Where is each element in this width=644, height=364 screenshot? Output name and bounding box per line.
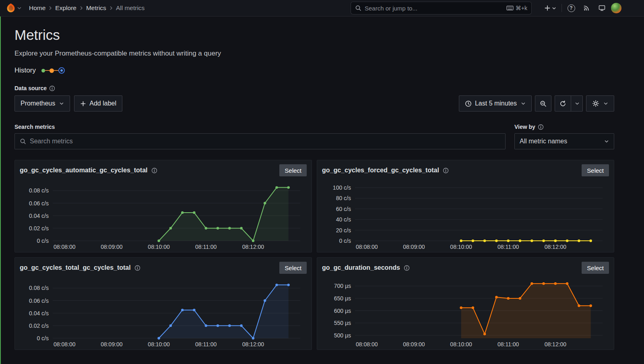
datasource-value: Prometheus	[21, 100, 55, 107]
time-range-picker[interactable]: Last 5 minutes	[459, 95, 532, 112]
info-icon[interactable]	[134, 265, 140, 271]
svg-text:650 µs: 650 µs	[334, 295, 351, 302]
history-step-2[interactable]	[50, 68, 54, 73]
refresh-icon	[559, 100, 566, 107]
breadcrumb-metrics[interactable]: Metrics	[86, 4, 106, 12]
settings-button[interactable]	[586, 95, 614, 112]
refresh-button[interactable]	[555, 95, 571, 112]
svg-text:08:09:00: 08:09:00	[403, 341, 425, 347]
svg-text:08:11:00: 08:11:00	[195, 244, 217, 250]
global-search-input[interactable]	[365, 5, 503, 12]
metric-chart[interactable]: 0 c/s0.02 c/s0.04 c/s0.06 c/s0.08 c/s08:…	[20, 275, 307, 349]
metric-search-section: Search metrics	[14, 124, 506, 149]
datasource-picker[interactable]: Prometheus	[14, 95, 70, 112]
keyboard-shortcut-hint: ⌘+k	[506, 5, 527, 11]
left-controls: Prometheus Add label	[14, 95, 122, 112]
select-button[interactable]: Select	[582, 262, 609, 274]
svg-text:0.08 c/s: 0.08 c/s	[29, 285, 49, 291]
new-menu-button[interactable]	[542, 2, 558, 14]
keyboard-icon	[506, 5, 514, 11]
chevron-right-icon	[109, 6, 114, 10]
datasource-section: Data source	[14, 85, 614, 91]
panel-header: go_gc_cycles_automatic_gc_cycles_total S…	[20, 164, 307, 176]
add-label-text: Add label	[89, 100, 116, 107]
zoom-out-button[interactable]	[535, 95, 551, 112]
history-row: History	[14, 66, 614, 74]
metric-chart[interactable]: 0 c/s20 c/s40 c/s60 c/s80 c/s100 c/s08:0…	[322, 177, 609, 251]
metric-panel: go_gc_cycles_forced_gc_cycles_total Sele…	[317, 160, 614, 252]
shortcut-label: ⌘+k	[516, 5, 527, 11]
panel-header: go_gc_duration_seconds Select	[322, 262, 609, 274]
metric-name: go_gc_cycles_total_gc_cycles_total	[20, 264, 131, 271]
svg-text:20 c/s: 20 c/s	[336, 227, 351, 234]
navbar: Home Explore Metrics All metrics ⌘+k	[0, 0, 644, 17]
info-icon[interactable]	[151, 168, 157, 174]
svg-text:08:09:00: 08:09:00	[101, 341, 123, 347]
zoom-out-icon	[540, 100, 547, 107]
right-controls: Last 5 minutes	[459, 95, 614, 112]
left-accent-bar	[0, 17, 1, 356]
metric-panel: go_gc_cycles_total_gc_cycles_total Selec…	[14, 257, 312, 350]
plus-icon	[80, 101, 86, 107]
metric-chart[interactable]: 500 µs550 µs600 µs650 µs700 µs08:08:0008…	[322, 275, 609, 349]
chevron-down-icon	[575, 101, 580, 106]
panel-header: go_gc_cycles_forced_gc_cycles_total Sele…	[322, 164, 609, 176]
svg-text:0.02 c/s: 0.02 c/s	[29, 225, 49, 232]
add-label-button[interactable]: Add label	[74, 95, 122, 112]
metric-chart[interactable]: 0 c/s0.02 c/s0.04 c/s0.06 c/s0.08 c/s08:…	[20, 177, 307, 251]
info-icon[interactable]	[404, 265, 410, 271]
svg-text:08:12:00: 08:12:00	[242, 244, 264, 250]
history-connector	[45, 70, 50, 71]
info-icon[interactable]	[538, 124, 544, 130]
org-switcher[interactable]	[6, 3, 22, 13]
svg-text:08:12:00: 08:12:00	[545, 244, 567, 250]
view-by-label: View by	[514, 124, 535, 130]
breadcrumb-explore[interactable]: Explore	[55, 4, 76, 12]
history-step-current[interactable]	[58, 67, 65, 74]
info-icon[interactable]	[49, 85, 55, 91]
plus-icon	[544, 5, 551, 11]
svg-text:0.04 c/s: 0.04 c/s	[29, 310, 49, 316]
view-by-dropdown[interactable]: All metric names	[514, 133, 614, 149]
chevron-down-icon	[604, 139, 609, 144]
history-step-1[interactable]	[41, 69, 45, 72]
kiosk-mode-button[interactable]	[596, 2, 608, 14]
help-button[interactable]: ?	[565, 2, 577, 14]
chevron-down-icon	[17, 6, 22, 10]
history-step-current-dot	[60, 69, 63, 72]
metric-search-box[interactable]	[14, 133, 506, 149]
user-avatar[interactable]	[611, 3, 621, 13]
view-by-label-row: View by	[514, 124, 614, 130]
svg-text:0.04 c/s: 0.04 c/s	[29, 213, 49, 219]
chevron-down-icon	[521, 101, 526, 106]
search-icon	[355, 5, 361, 11]
view-by-section: View by All metric names	[514, 124, 614, 149]
select-button[interactable]: Select	[582, 164, 609, 176]
chevron-right-icon	[79, 6, 84, 10]
svg-text:08:11:00: 08:11:00	[497, 244, 519, 250]
gear-icon	[592, 100, 599, 107]
search-row: Search metrics View by All metric names	[14, 124, 614, 149]
svg-text:08:11:00: 08:11:00	[195, 341, 217, 347]
metric-name: go_gc_duration_seconds	[322, 264, 400, 271]
svg-text:0 c/s: 0 c/s	[339, 238, 351, 244]
refresh-interval-button[interactable]	[571, 95, 583, 112]
metric-search-input[interactable]	[30, 138, 500, 145]
breadcrumb-home[interactable]: Home	[29, 4, 45, 12]
select-button[interactable]: Select	[279, 164, 307, 176]
search-icon	[20, 138, 26, 145]
chevron-right-icon	[48, 6, 53, 10]
panels-grid: go_gc_cycles_automatic_gc_cycles_total S…	[14, 160, 614, 350]
metric-name: go_gc_cycles_forced_gc_cycles_total	[322, 167, 439, 174]
global-search-box[interactable]: ⌘+k	[351, 2, 532, 14]
svg-text:0.06 c/s: 0.06 c/s	[29, 298, 49, 304]
svg-text:08:12:00: 08:12:00	[545, 341, 567, 347]
monitor-icon	[599, 5, 605, 11]
grafana-logo-icon	[6, 3, 16, 13]
news-rss-button[interactable]	[580, 2, 592, 14]
svg-text:08:09:00: 08:09:00	[101, 244, 123, 250]
select-button[interactable]: Select	[279, 262, 307, 274]
info-icon[interactable]	[443, 168, 449, 174]
page-title: Metrics	[14, 27, 614, 43]
chevron-down-icon	[603, 101, 608, 106]
